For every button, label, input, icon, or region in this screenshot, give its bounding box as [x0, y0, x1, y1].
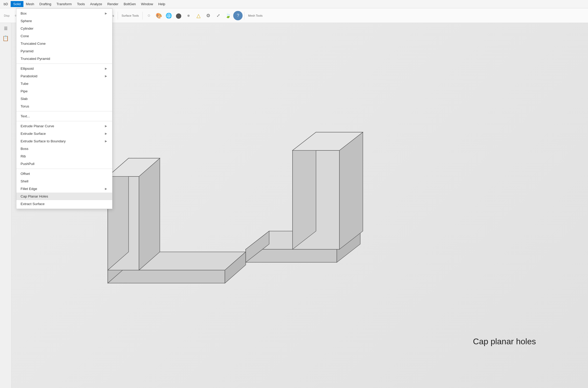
separator-3: [16, 121, 112, 121]
menu-item-ellipsoid[interactable]: Ellipsoid ▶: [16, 65, 112, 72]
sun-icon[interactable]: △: [194, 11, 203, 20]
ellipsoid-arrow-icon: ▶: [105, 67, 107, 70]
extrude-surface-arrow-icon: ▶: [105, 132, 107, 135]
surface-tools-label: Surface Tools: [119, 14, 141, 17]
separator-4: [16, 169, 112, 169]
menu-item-tube[interactable]: Tube: [16, 80, 112, 87]
menu-item-truncated-cone[interactable]: Truncated Cone: [16, 40, 112, 47]
mesh-tools-label: Mesh Tools: [246, 14, 264, 17]
svg-marker-1: [108, 270, 225, 283]
menu-mesh[interactable]: Mesh: [23, 1, 37, 7]
menu-item-slab[interactable]: Slab: [16, 95, 112, 103]
extrude-surface-boundary-arrow-icon: ▶: [105, 139, 107, 143]
menu-item-box[interactable]: Box ▶: [16, 10, 112, 17]
left-panel-icon-2[interactable]: 📋: [1, 34, 10, 43]
menu-item-sphere[interactable]: Sphere: [16, 17, 112, 25]
menu-item-pushpull[interactable]: PushPull: [16, 160, 112, 168]
disp-button[interactable]: Disp: [2, 11, 11, 20]
separator-1: [16, 63, 112, 64]
3d-globe-icon[interactable]: ⬤: [174, 11, 183, 20]
menu-bd[interactable]: bD: [1, 1, 11, 7]
menu-boltgen[interactable]: BoltGen: [121, 1, 138, 7]
menu-item-extract-surface[interactable]: Extract Surface: [16, 200, 112, 208]
toolbar-separator-3: [118, 12, 118, 20]
menu-item-truncated-pyramid[interactable]: Truncated Pyramid: [16, 55, 112, 62]
toolbar-separator-4: [142, 12, 143, 20]
box-arrow-icon: ▶: [105, 12, 107, 15]
menu-item-fillet-edge[interactable]: Fillet Edge ▶: [16, 185, 112, 193]
menu-tools[interactable]: Tools: [74, 1, 87, 7]
menu-drafting[interactable]: Drafting: [37, 1, 54, 7]
left-panel: ☰ 📋: [0, 23, 11, 388]
menu-solid[interactable]: Solid: [11, 1, 23, 7]
menu-analyze[interactable]: Analyze: [87, 1, 105, 7]
cap-planar-holes-label: Cap planar holes: [473, 337, 536, 346]
svg-marker-6: [139, 158, 160, 270]
globe-icon[interactable]: 🌐: [164, 11, 173, 20]
menu-item-cone[interactable]: Cone: [16, 32, 112, 40]
toolbar-separator-5: [244, 12, 244, 20]
menu-item-cap-planar-holes[interactable]: Cap Planar Holes: [16, 193, 112, 200]
menu-item-paraboloid[interactable]: Paraboloid ▶: [16, 72, 112, 80]
right-shape: [246, 132, 363, 262]
svg-marker-15: [339, 132, 363, 249]
gear-icon[interactable]: ⚙: [204, 11, 213, 20]
menu-item-extrude-surface[interactable]: Extrude Surface ▶: [16, 130, 112, 137]
menu-item-shell[interactable]: Shell: [16, 177, 112, 185]
ball-icon[interactable]: ●: [184, 11, 193, 20]
left-panel-icon-1[interactable]: ☰: [1, 24, 10, 33]
menu-item-extrude-planar-curve[interactable]: Extrude Planar Curve ▶: [16, 122, 112, 130]
menu-item-text[interactable]: Text...: [16, 112, 112, 120]
resize-icon[interactable]: ⤢: [213, 11, 223, 20]
leaf-icon[interactable]: 🍃: [223, 11, 233, 20]
extrude-planar-arrow-icon: ▶: [105, 124, 107, 128]
menu-transform[interactable]: Transform: [54, 1, 74, 7]
separator-2: [16, 111, 112, 111]
menu-item-cylinder[interactable]: Cylinder: [16, 25, 112, 32]
sphere-icon[interactable]: ○: [144, 11, 154, 20]
menu-item-torus[interactable]: Torus: [16, 103, 112, 110]
question-icon[interactable]: ?: [233, 11, 243, 20]
menu-item-rib[interactable]: Rib: [16, 152, 112, 160]
menu-item-pyramid[interactable]: Pyramid: [16, 47, 112, 55]
menu-item-boss[interactable]: Boss: [16, 145, 112, 152]
solid-dropdown-menu: Box ▶ Sphere Cylinder Cone Truncated Con…: [16, 8, 112, 209]
menu-render[interactable]: Render: [105, 1, 121, 7]
menu-window[interactable]: Window: [138, 1, 156, 7]
left-shape: [108, 158, 246, 283]
menu-item-extrude-surface-boundary[interactable]: Extrude Surface to Boundary ▶: [16, 137, 112, 145]
fillet-edge-arrow-icon: ▶: [105, 187, 107, 190]
menu-item-pipe[interactable]: Pipe: [16, 87, 112, 95]
menu-help[interactable]: Help: [156, 1, 168, 7]
paraboloid-arrow-icon: ▶: [105, 74, 107, 78]
menu-item-offset[interactable]: Offset: [16, 170, 112, 177]
menubar: bD Solid Mesh Drafting Transform Tools A…: [0, 0, 588, 8]
color-wheel-icon[interactable]: 🎨: [154, 11, 163, 20]
